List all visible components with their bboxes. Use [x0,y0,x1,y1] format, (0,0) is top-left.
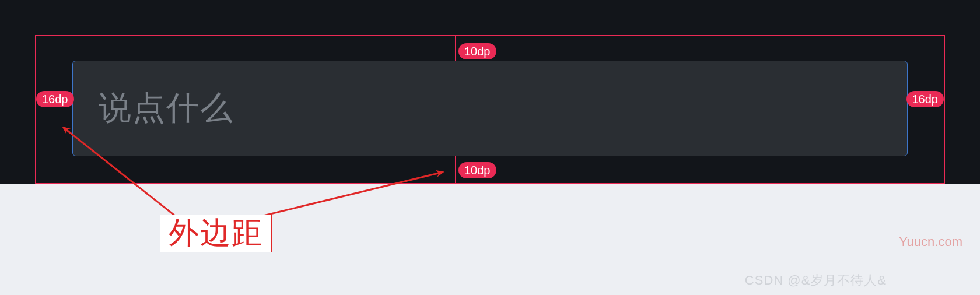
margin-guide-bottom [455,156,456,184]
margin-badge-right: 16dp [907,91,944,107]
design-canvas: 说点什么 10dp 10dp 16dp 16dp [0,0,980,184]
text-input-element[interactable]: 说点什么 [72,61,908,156]
margin-badge-bottom: 10dp [459,162,496,178]
input-placeholder: 说点什么 [99,86,234,131]
annotation-label: 外边距 [169,216,263,250]
watermark-site: Yuucn.com [899,234,963,250]
annotation-label-box: 外边距 [160,215,272,252]
margin-guide-top [455,35,456,61]
watermark-author: CSDN @&岁月不待人& [745,272,887,289]
margin-badge-top: 10dp [459,43,496,59]
margin-badge-left: 16dp [36,91,74,107]
